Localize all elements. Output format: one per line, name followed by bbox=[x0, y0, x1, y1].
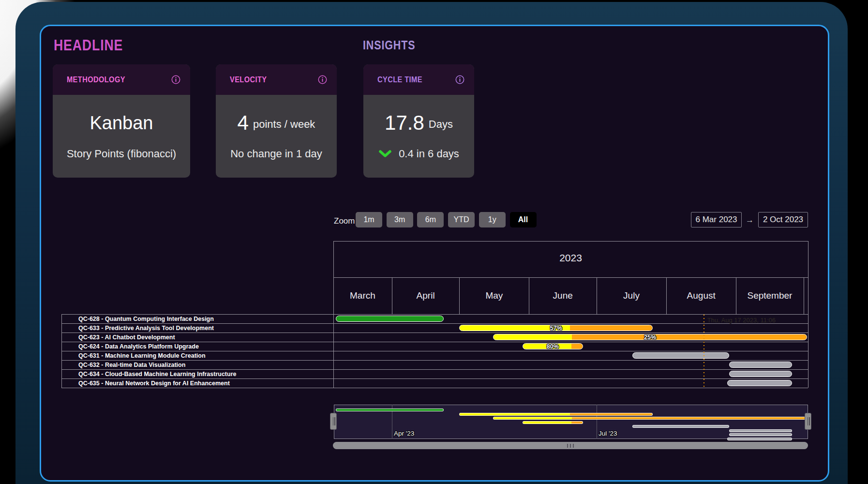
grid-line bbox=[61, 314, 62, 388]
gantt-bar[interactable] bbox=[632, 352, 729, 359]
month-axis-label: June bbox=[529, 290, 596, 301]
task-label: QC-633 - Predictive Analysis Tool Develo… bbox=[78, 324, 214, 332]
velocity-value: 4 bbox=[238, 111, 249, 135]
zoom-button-all[interactable]: All bbox=[510, 212, 537, 227]
velocity-value-suffix: points / week bbox=[253, 118, 315, 131]
zoom-button-1y[interactable]: 1y bbox=[479, 212, 506, 227]
navigator-series-bar bbox=[523, 421, 584, 424]
info-icon[interactable] bbox=[171, 75, 180, 84]
velocity-subtext: No change in 1 day bbox=[216, 148, 337, 160]
handle-groove bbox=[808, 417, 808, 425]
methodology-subtext: Story Points (fibonacci) bbox=[53, 148, 190, 160]
cycle-time-value-row: 17.8Days bbox=[363, 111, 474, 135]
methodology-value: Kanban bbox=[90, 113, 153, 134]
date-range-arrow: → bbox=[746, 215, 754, 225]
navigator-gridline bbox=[597, 405, 597, 439]
scrollbar-grip bbox=[567, 444, 568, 448]
velocity-card: VELOCITY 4points / week No change in 1 d… bbox=[216, 64, 337, 178]
grid-line bbox=[333, 241, 808, 242]
grid-line bbox=[736, 277, 736, 314]
zoom-button-1m[interactable]: 1m bbox=[356, 212, 382, 227]
grid-line bbox=[804, 277, 804, 314]
info-icon[interactable] bbox=[318, 75, 327, 84]
zoom-label: Zoom bbox=[334, 216, 355, 226]
navigator-series-bar bbox=[632, 425, 729, 428]
gantt-bar[interactable] bbox=[729, 371, 792, 377]
navigator-series-bar bbox=[493, 417, 807, 420]
velocity-value-row: 4points / week bbox=[216, 111, 337, 135]
velocity-card-header: VELOCITY bbox=[216, 64, 337, 95]
task-label: QC-623 - AI Chatbot Development bbox=[78, 333, 175, 341]
gantt-bar-progress-label: 25% bbox=[636, 333, 665, 341]
grid-line bbox=[597, 277, 597, 314]
headline-title: HEADLINE bbox=[54, 37, 123, 54]
grid-line bbox=[808, 241, 808, 388]
navigator-axis-label: Jul '23 bbox=[599, 430, 617, 437]
date-range-from-input[interactable]: 6 Mar 2023 bbox=[691, 212, 742, 227]
insights-title: INSIGHTS bbox=[363, 38, 415, 52]
navigator-handle-right[interactable] bbox=[805, 413, 811, 430]
today-plot-line-label: Thu, Aug 17 2023, 11:06 bbox=[707, 317, 776, 324]
gantt-bar[interactable] bbox=[336, 316, 444, 322]
scrollbar-grip bbox=[573, 444, 574, 448]
today-plot-line bbox=[703, 315, 704, 389]
month-axis-label: July bbox=[597, 290, 666, 301]
task-label: QC-635 - Neural Network Design for AI En… bbox=[78, 379, 230, 387]
methodology-value-row: Kanban bbox=[53, 111, 190, 135]
handle-groove bbox=[334, 417, 335, 425]
navigator-series-bar bbox=[729, 433, 792, 436]
grid-line bbox=[459, 277, 460, 314]
cycle-time-card-header: CYCLE TIME bbox=[363, 64, 474, 95]
date-range-to-input[interactable]: 2 Oct 2023 bbox=[758, 212, 808, 227]
scrollbar-grip bbox=[570, 444, 571, 448]
cycle-time-value-suffix: Days bbox=[429, 118, 453, 131]
grid-line bbox=[529, 277, 529, 314]
velocity-card-label: VELOCITY bbox=[230, 75, 267, 85]
gantt-bar-progress-label: 80% bbox=[538, 343, 567, 350]
task-label: QC-624 - Data Analytics Platform Upgrade bbox=[78, 343, 199, 350]
year-axis-label: 2023 bbox=[333, 252, 808, 264]
cycle-time-trend-row: 0.4 in 6 days bbox=[363, 148, 474, 160]
zoom-button-6m[interactable]: 6m bbox=[417, 212, 444, 227]
task-label: QC-634 - Cloud-Based Machine Learning In… bbox=[78, 370, 236, 378]
cycle-time-card: CYCLE TIME 17.8Days 0.4 in 6 days bbox=[363, 64, 474, 178]
month-axis-label: September bbox=[736, 290, 803, 301]
task-label: QC-628 - Quantum Computing Interface Des… bbox=[78, 315, 214, 323]
navigator-handle-left[interactable] bbox=[330, 413, 337, 430]
gantt-bar[interactable] bbox=[727, 380, 793, 386]
chevron-down-icon bbox=[378, 149, 392, 159]
navigator-series-bar bbox=[729, 429, 792, 432]
info-icon[interactable] bbox=[455, 75, 464, 84]
zoom-button-3m[interactable]: 3m bbox=[387, 212, 413, 227]
handle-groove bbox=[333, 417, 334, 425]
task-label: QC-632 - Real-time Data Visualization bbox=[78, 361, 185, 369]
gantt-bar-progress-label: 57% bbox=[541, 324, 570, 332]
month-axis-label: April bbox=[392, 290, 459, 301]
cycle-time-value: 17.8 bbox=[385, 111, 424, 135]
cycle-time-trend-text: 0.4 in 6 days bbox=[399, 148, 459, 160]
navigator-series-bar bbox=[336, 408, 444, 411]
navigator-series-bar bbox=[459, 413, 653, 416]
grid-line bbox=[333, 277, 808, 278]
month-axis-label: May bbox=[459, 290, 529, 301]
navigator-series-bar bbox=[727, 438, 793, 440]
month-axis-label: August bbox=[666, 290, 736, 301]
navigator-axis-label: Apr '23 bbox=[394, 430, 414, 437]
methodology-card-label: METHODOLOGY bbox=[67, 75, 125, 85]
grid-line bbox=[666, 277, 667, 314]
grid-line bbox=[392, 277, 392, 314]
methodology-card: METHODOLOGY Kanban Story Points (fibonac… bbox=[53, 64, 190, 178]
cycle-time-card-label: CYCLE TIME bbox=[377, 75, 422, 85]
methodology-card-header: METHODOLOGY bbox=[53, 64, 190, 95]
month-axis-label: March bbox=[333, 290, 392, 301]
grid-line bbox=[61, 388, 808, 388]
task-label: QC-631 - Machine Learning Module Creatio… bbox=[78, 352, 206, 360]
handle-groove bbox=[809, 417, 810, 425]
gantt-bar[interactable] bbox=[729, 362, 792, 368]
zoom-button-ytd[interactable]: YTD bbox=[448, 212, 475, 227]
